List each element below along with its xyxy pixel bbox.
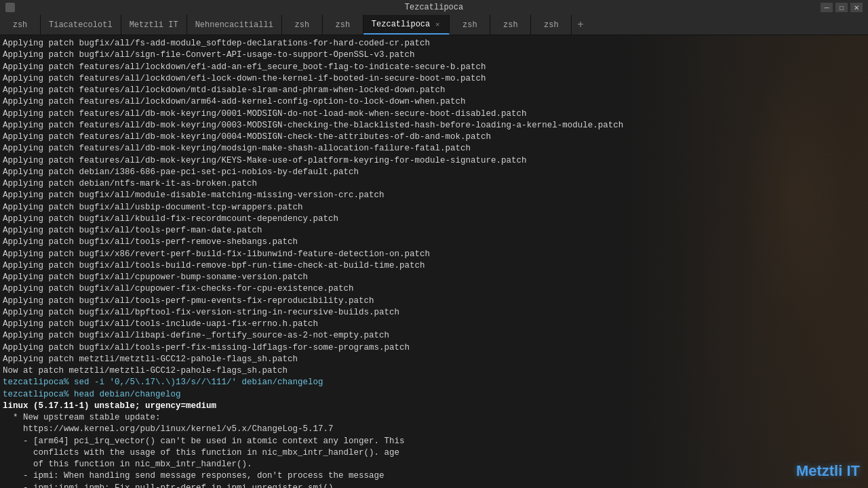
- title-bar-left: [5, 3, 15, 12]
- terminal-line: Applying patch bugfix/all/tools-build-re…: [3, 260, 865, 272]
- terminal-line: Applying patch features/all/db-mok-keyri…: [3, 131, 865, 143]
- terminal-line: Applying patch bugfix/all/cpupower-bump-…: [3, 272, 865, 283]
- tab-zsh-1[interactable]: zsh: [0, 15, 41, 35]
- terminal-line: Applying patch features/all/lockdown/arm…: [3, 96, 865, 108]
- tab-nehnencacitialli-label: Nehnencacitialli: [195, 20, 273, 30]
- terminal-line: Applying patch bugfix/all/tools-perf-fix…: [3, 342, 865, 354]
- terminal-line: - [arm64] pci_irq_vector() can't be used…: [3, 436, 865, 447]
- tab-tiacatecolotl[interactable]: Tiacatecolotl: [41, 15, 121, 35]
- close-button[interactable]: ✕: [850, 3, 863, 12]
- terminal-line: - ipmi: When handling send message respo…: [3, 470, 865, 482]
- new-tab-button[interactable]: +: [572, 15, 589, 35]
- minimize-button[interactable]: ─: [821, 3, 833, 12]
- terminal-line: Applying patch bugfix/all/tools-perf-rem…: [3, 237, 865, 248]
- tab-tiacatecolotl-label: Tiacatecolotl: [49, 20, 113, 30]
- terminal-line: Applying patch features/all/db-mok-keyri…: [3, 108, 865, 120]
- tab-zsh-5-label: zsh: [503, 20, 518, 30]
- terminal-line: tezcatlipoca% sed -i '0,/5\.17\.\)13/s//…: [3, 377, 865, 388]
- tab-tezcatlipoca-label: Tezcatlipoca: [372, 20, 430, 29]
- terminal-line: Applying patch features/all/db-mok-keyri…: [3, 143, 865, 155]
- tab-bar: zshTiacatecolotlMetztli ITNehnencacitial…: [0, 15, 868, 35]
- terminal-line: Applying patch features/all/lockdown/efi…: [3, 62, 865, 73]
- terminal-output[interactable]: Applying patch bugfix/all/fs-add-module_…: [0, 35, 868, 488]
- terminal-line: Applying patch bugfix/all/kbuild-fix-rec…: [3, 214, 865, 225]
- tab-zsh-2-label: zsh: [295, 20, 310, 30]
- terminal-line: linux (5.17.11-1) unstable; urgency=medi…: [3, 401, 865, 412]
- terminal-line: Applying patch debian/i386-686-pae-pci-s…: [3, 167, 865, 178]
- terminal-line: Applying patch bugfix/all/usbip-document…: [3, 202, 865, 214]
- terminal-line: Applying patch bugfix/all/tools-perf-pmu…: [3, 296, 865, 307]
- maximize-button[interactable]: □: [835, 3, 848, 12]
- terminal-line: Applying patch features/all/lockdown/efi…: [3, 73, 865, 85]
- terminal-line: Applying patch features/all/lockdown/mtd…: [3, 85, 865, 96]
- terminal-line: Applying patch debian/ntfs-mark-it-as-br…: [3, 178, 865, 190]
- tab-zsh-6[interactable]: zsh: [531, 15, 572, 35]
- terminal-icon: [5, 3, 15, 12]
- terminal-line: - ipmi:ipmi_ipmb: Fix null-ptr-deref in …: [3, 483, 865, 489]
- terminal-line: tezcatlipoca% head debian/changelog: [3, 389, 865, 401]
- tab-zsh-6-label: zsh: [544, 20, 559, 30]
- terminal-line: Applying patch metztli/metztli-GCC12-pah…: [3, 354, 865, 365]
- tab-zsh-4[interactable]: zsh: [450, 15, 490, 35]
- terminal-line: Applying patch features/all/db-mok-keyri…: [3, 155, 865, 167]
- tab-zsh-2[interactable]: zsh: [282, 15, 323, 35]
- tab-zsh-3[interactable]: zsh: [323, 15, 363, 35]
- tab-metztli-it-label: Metztli IT: [130, 20, 178, 30]
- tab-zsh-3-label: zsh: [336, 20, 351, 30]
- terminal-line: Applying patch bugfix/x86/revert-perf-bu…: [3, 249, 865, 260]
- terminal-line: Applying patch bugfix/all/cpupower-fix-c…: [3, 283, 865, 295]
- terminal-line: Applying patch bugfix/all/libapi-define-…: [3, 330, 865, 342]
- tab-zsh-4-label: zsh: [462, 20, 477, 30]
- terminal-line: Applying patch bugfix/all/bpftool-fix-ve…: [3, 307, 865, 319]
- title-bar-title: Tezcatlipoca: [405, 3, 463, 12]
- title-bar-controls: ─ □ ✕: [821, 3, 863, 12]
- terminal-line: conflicts with the usage of this functio…: [3, 447, 865, 459]
- terminal-line: of this function in nic_mbx_intr_handler…: [3, 459, 865, 470]
- terminal-container: Applying patch bugfix/all/fs-add-module_…: [0, 35, 868, 488]
- terminal-line: Applying patch bugfix/all/tools-perf-man…: [3, 225, 865, 237]
- tab-zsh-1-label: zsh: [13, 20, 28, 30]
- metztli-watermark: Metztli IT: [796, 462, 860, 480]
- terminal-line: Applying patch bugfix/all/module-disable…: [3, 190, 865, 201]
- tab-nehnencacitialli[interactable]: Nehnencacitialli: [187, 15, 282, 35]
- terminal-line: Applying patch bugfix/all/fs-add-module_…: [3, 38, 865, 49]
- tab-tezcatlipoca-close-icon[interactable]: ✕: [434, 20, 441, 29]
- terminal-line: Applying patch bugfix/all/sign-file-Conv…: [3, 49, 865, 61]
- terminal-line: Now at patch metztli/metztli-GCC12-pahol…: [3, 365, 865, 377]
- tab-metztli-it[interactable]: Metztli IT: [121, 15, 187, 35]
- terminal-line: Applying patch features/all/db-mok-keyri…: [3, 120, 865, 131]
- title-bar: Tezcatlipoca ─ □ ✕: [0, 0, 868, 15]
- terminal-line: * New upstream stable update:: [3, 412, 865, 424]
- terminal-line: https://www.kernel.org/pub/linux/kernel/…: [3, 424, 865, 435]
- tab-tezcatlipoca[interactable]: Tezcatlipoca✕: [363, 15, 450, 35]
- terminal-line: Applying patch bugfix/all/tools-include-…: [3, 319, 865, 330]
- tab-zsh-5[interactable]: zsh: [490, 15, 531, 35]
